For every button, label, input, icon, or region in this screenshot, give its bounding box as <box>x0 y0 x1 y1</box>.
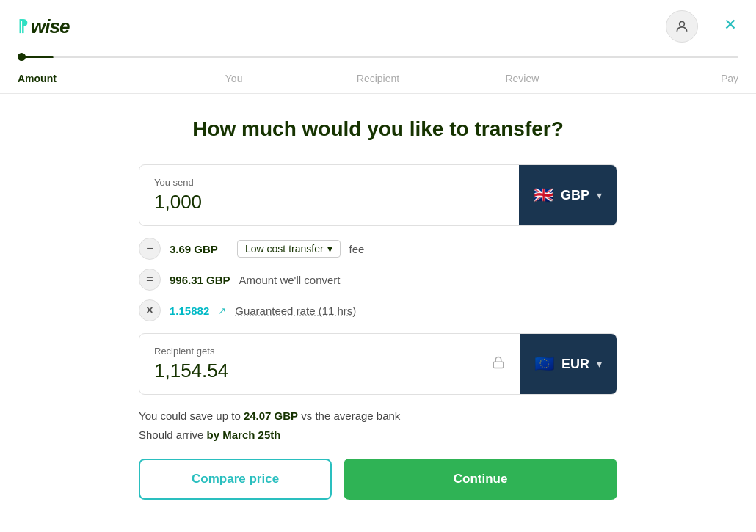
send-currency-code: GBP <box>561 188 589 203</box>
page-title: How much would you like to transfer? <box>139 117 617 141</box>
send-chevron-icon: ▾ <box>597 189 602 201</box>
compare-price-button[interactable]: Compare price <box>139 459 332 500</box>
send-flag-icon: 🇬🇧 <box>534 186 553 205</box>
recipient-amount-input[interactable] <box>154 360 393 382</box>
savings-line-1: You could save up to 24.07 GBP vs the av… <box>139 407 617 426</box>
recipient-box: Recipient gets 🇪🇺 EUR ▾ <box>139 333 617 395</box>
recipient-amount-group: Recipient gets <box>154 346 393 382</box>
continue-button[interactable]: Continue <box>344 459 617 500</box>
fee-row-2: = 996.31 GBP Amount we'll convert <box>139 269 617 291</box>
recipient-input-area: Recipient gets <box>139 334 520 394</box>
main-content: How much would you like to transfer? You… <box>121 94 635 517</box>
progress-bar-container <box>0 56 756 58</box>
recipient-chevron-icon: ▾ <box>597 358 602 370</box>
recipient-currency-code: EUR <box>561 357 589 372</box>
savings-line-2: Should arrive by March 25th <box>139 426 617 445</box>
logo-text: wise <box>31 15 69 38</box>
fee-row-3: × 1.15882 ↗ Guaranteed rate (11 hrs) <box>139 299 617 321</box>
step-pay[interactable]: Pay <box>595 67 756 93</box>
send-amount-input[interactable] <box>154 191 504 214</box>
fee-amount-1: 3.69 GBP <box>170 243 228 255</box>
rate-arrow-icon: ↗ <box>218 305 226 316</box>
fee-amount-2: 996.31 GBP <box>170 274 230 286</box>
header: ⁋ wise <box>0 0 756 53</box>
step-recipient[interactable]: Recipient <box>306 67 450 93</box>
bottom-buttons: Compare price Continue <box>139 459 617 500</box>
recipient-flag-icon: 🇪🇺 <box>534 354 554 374</box>
minus-icon: − <box>139 238 161 260</box>
fee-breakdown: − 3.69 GBP Low cost transfer ▾ fee = 996… <box>139 226 617 333</box>
send-box: You send 🇬🇧 GBP ▾ <box>139 164 617 226</box>
savings-note: You could save up to 24.07 GBP vs the av… <box>139 407 617 444</box>
send-currency-selector[interactable]: 🇬🇧 GBP ▾ <box>519 165 617 225</box>
svg-rect-3 <box>493 362 504 368</box>
savings-amount: 24.07 GBP <box>244 409 298 422</box>
low-cost-chevron-icon: ▾ <box>327 243 332 255</box>
step-review[interactable]: Review <box>450 67 594 93</box>
steps-nav: Amount You Recipient Review Pay <box>0 61 756 94</box>
savings-prefix: You could save up to <box>139 409 244 422</box>
header-divider <box>710 15 710 37</box>
avatar-button[interactable] <box>666 10 698 43</box>
logo-icon: ⁋ <box>18 17 28 36</box>
arrive-date: by March 25th <box>207 429 281 441</box>
lock-icon <box>492 356 505 373</box>
header-right <box>666 10 738 43</box>
close-button[interactable] <box>722 16 738 37</box>
send-label: You send <box>154 177 504 188</box>
fee-suffix-1: fee <box>349 243 365 255</box>
logo: ⁋ wise <box>18 15 69 38</box>
fee-row-1: − 3.69 GBP Low cost transfer ▾ fee <box>139 238 617 260</box>
arrive-prefix: Should arrive <box>139 429 207 441</box>
times-icon: × <box>139 299 161 321</box>
low-cost-transfer-dropdown[interactable]: Low cost transfer ▾ <box>237 240 341 258</box>
step-amount[interactable]: Amount <box>0 67 161 93</box>
step-you[interactable]: You <box>161 67 305 93</box>
guaranteed-rate-label[interactable]: Guaranteed rate (11 hrs) <box>235 305 356 317</box>
savings-suffix: vs the average bank <box>298 409 400 422</box>
progress-dot <box>18 53 26 61</box>
equals-icon: = <box>139 269 161 291</box>
fee-label-2: Amount we'll convert <box>239 274 341 286</box>
svg-point-0 <box>680 21 685 26</box>
recipient-label: Recipient gets <box>154 346 393 357</box>
send-input-area: You send <box>139 165 519 225</box>
recipient-currency-selector[interactable]: 🇪🇺 EUR ▾ <box>520 334 617 394</box>
fee-rate: 1.15882 <box>170 305 209 317</box>
low-cost-label: Low cost transfer <box>245 243 324 255</box>
progress-track <box>18 56 738 58</box>
